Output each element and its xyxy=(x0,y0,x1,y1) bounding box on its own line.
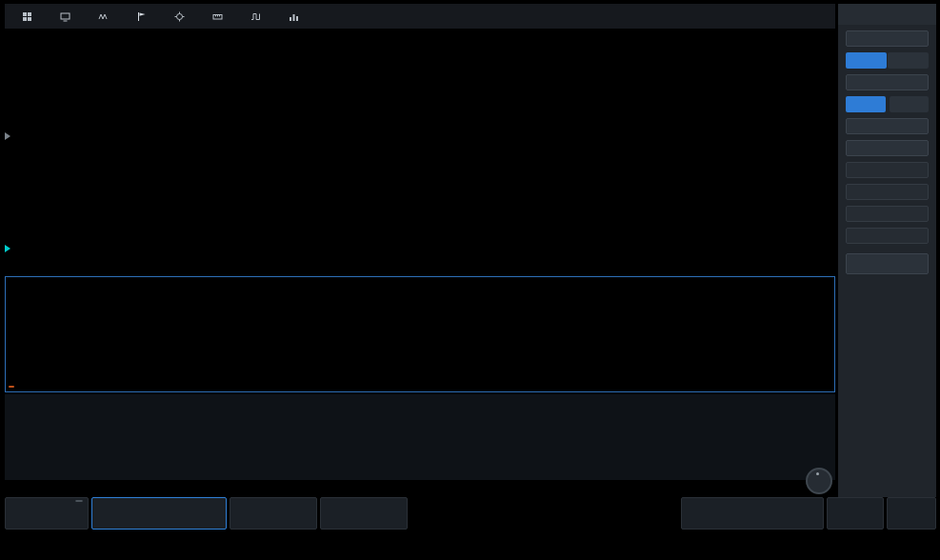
menu-item-acquire[interactable] xyxy=(87,4,125,29)
channel3-descriptor[interactable] xyxy=(320,497,408,530)
menu-item-function[interactable] xyxy=(10,4,49,29)
oscilloscope-screen xyxy=(0,0,940,560)
horizontal-scale-field[interactable] xyxy=(846,206,929,222)
function-grid-icon xyxy=(22,11,32,22)
zoom-waveform-canvas[interactable] xyxy=(5,149,835,273)
zoom-waveform-grid xyxy=(5,149,835,273)
waveform-hidden-button[interactable] xyxy=(890,96,930,112)
ground-level-marker[interactable] xyxy=(5,132,10,140)
menu-item-analysis[interactable] xyxy=(277,4,315,29)
track-function-grid xyxy=(5,276,835,392)
reference-config-button[interactable] xyxy=(846,253,929,274)
channel-level-marker[interactable] xyxy=(5,245,10,252)
operation-off-button[interactable] xyxy=(888,52,929,69)
ch1-coupling-badge xyxy=(75,500,83,502)
vertical-scale-field[interactable] xyxy=(846,162,929,178)
menu-item-digital[interactable] xyxy=(239,4,277,29)
operation-toggle xyxy=(846,52,929,69)
digital-squarewave-icon xyxy=(250,11,261,22)
main-waveform-canvas[interactable] xyxy=(5,32,835,146)
menu-item-measure[interactable] xyxy=(201,4,239,29)
zoom-descriptor[interactable] xyxy=(230,497,317,530)
nav-knob[interactable] xyxy=(806,468,832,494)
descriptor-bar xyxy=(5,497,936,530)
main-waveform-grid xyxy=(5,32,835,146)
panel-header xyxy=(838,4,936,25)
trace-select[interactable] xyxy=(846,30,929,47)
channel1-descriptor[interactable] xyxy=(5,497,89,530)
measurement-table xyxy=(5,394,835,480)
trigger-descriptor[interactable] xyxy=(827,497,884,530)
menu-item-display[interactable] xyxy=(49,4,87,29)
waveform-visible-button[interactable] xyxy=(846,96,886,112)
histogram-strip xyxy=(5,481,835,496)
measure-ruler-icon xyxy=(212,11,223,22)
function-select[interactable] xyxy=(846,74,929,90)
horizontal-offset-field[interactable] xyxy=(846,228,929,244)
menu-item-trigger[interactable] xyxy=(125,4,163,29)
operation-on-button[interactable] xyxy=(846,52,887,69)
menu-item-cursor[interactable] xyxy=(163,4,201,29)
track-function-canvas[interactable] xyxy=(6,277,834,391)
display-monitor-icon xyxy=(60,11,70,22)
digital-settings-panel xyxy=(838,4,936,497)
measure-item-select[interactable] xyxy=(846,118,929,134)
f1-descriptor[interactable] xyxy=(91,497,227,530)
analysis-bars-icon xyxy=(289,11,299,22)
clock-box xyxy=(887,497,936,530)
f1-trace-badge[interactable] xyxy=(9,386,14,388)
acquire-wave-icon xyxy=(98,11,109,22)
trigger-flag-icon xyxy=(136,11,147,22)
waveform-visibility-toggle xyxy=(846,96,929,112)
menu-bar xyxy=(5,4,835,29)
vertical-offset-field[interactable] xyxy=(846,184,929,200)
display-mode-select[interactable] xyxy=(846,140,929,156)
timebase-descriptor[interactable] xyxy=(681,497,824,530)
cursor-crosshair-icon xyxy=(174,11,185,22)
